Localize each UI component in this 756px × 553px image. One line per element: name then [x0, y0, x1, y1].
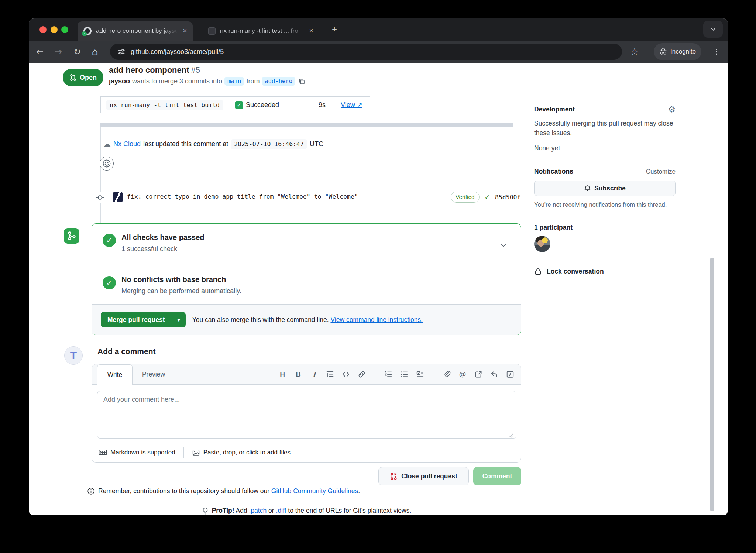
pr-number: #5: [191, 65, 200, 75]
sidebar-divider: [534, 216, 676, 216]
chevron-down-icon: [710, 26, 717, 32]
merge-button-label[interactable]: Merge pull request: [101, 312, 172, 327]
comment-submit-button[interactable]: Comment: [473, 467, 521, 485]
tab-write[interactable]: Write: [97, 364, 133, 385]
copy-branch-icon[interactable]: [298, 78, 305, 85]
pr-author[interactable]: jaysoo: [109, 78, 130, 85]
check-view-cell: View ↗: [333, 97, 370, 113]
page-scrollbar[interactable]: [710, 258, 714, 511]
base-branch-chip[interactable]: main: [224, 77, 244, 86]
bullet-list-icon[interactable]: [400, 370, 408, 378]
success-check-icon: ✓: [235, 101, 243, 109]
git-merge-icon: [67, 231, 76, 241]
merge-summary-text: wants to merge 3 commits into: [132, 78, 222, 85]
reload-icon[interactable]: ↻: [71, 45, 83, 58]
commit-sha-link[interactable]: 85d500f: [495, 194, 521, 201]
browser-toolbar: ← → ↻ ⌂ github.com/jaysoo3/acme/pull/5 ☆…: [29, 41, 728, 63]
checks-subtitle: 1 successful check: [121, 245, 177, 253]
close-pull-request-button[interactable]: Close pull request: [378, 467, 469, 485]
commit-author-avatar[interactable]: [113, 192, 123, 202]
tab-nx-run[interactable]: nx run-many -t lint test ... fro ×: [202, 21, 319, 41]
patch-link[interactable]: .patch: [249, 507, 267, 514]
markdown-note[interactable]: Markdown is supported: [99, 448, 175, 457]
paste-files-button[interactable]: Paste, drop, or click to add files: [192, 449, 291, 457]
check-circle-icon: ✓: [103, 276, 116, 289]
incognito-badge: Incognito: [654, 43, 701, 60]
comment-input[interactable]: [97, 391, 516, 439]
markdown-note-text: Markdown is supported: [110, 449, 175, 456]
merge-pull-request-button[interactable]: Merge pull request ▾: [101, 312, 186, 327]
mention-icon[interactable]: @: [458, 370, 467, 378]
pr-state-label: Open: [80, 74, 97, 82]
home-icon[interactable]: ⌂: [89, 45, 101, 58]
merge-options-caret[interactable]: ▾: [172, 312, 186, 327]
bell-icon: [584, 185, 591, 192]
comment-editor-footer: Markdown is supported Paste, drop, or cl…: [92, 443, 521, 462]
timeline-line: [100, 127, 101, 224]
back-icon[interactable]: ←: [34, 45, 46, 58]
gear-icon[interactable]: ⚙: [668, 104, 676, 114]
attach-file-icon[interactable]: [443, 370, 451, 378]
lock-conversation-button[interactable]: Lock conversation: [534, 268, 676, 275]
quote-icon[interactable]: [326, 370, 334, 378]
cross-reference-icon[interactable]: [474, 370, 482, 378]
participant-avatar[interactable]: [534, 236, 550, 252]
traffic-zoom-button[interactable]: [61, 26, 68, 33]
cli-text: You can also merge this with the command…: [192, 316, 329, 323]
address-bar[interactable]: github.com/jaysoo3/acme/pull/5: [110, 44, 622, 60]
guidelines-text: Remember, contributions to this reposito…: [98, 487, 269, 495]
traffic-close-button[interactable]: [39, 26, 47, 33]
info-icon: [87, 487, 95, 495]
resize-grip[interactable]: [508, 433, 513, 438]
heading-icon[interactable]: H: [278, 370, 286, 378]
verified-badge[interactable]: Verified: [451, 192, 480, 203]
customize-link[interactable]: Customize: [646, 168, 676, 175]
saved-replies-icon[interactable]: [490, 370, 498, 378]
subscribe-button[interactable]: Subscribe: [534, 181, 676, 196]
italic-icon[interactable]: I: [310, 370, 318, 378]
nx-cloud-link[interactable]: Nx Cloud: [113, 140, 141, 148]
commit-message-link[interactable]: fix: correct typo in demo app title from…: [127, 193, 358, 200]
view-check-link[interactable]: View ↗: [341, 101, 362, 109]
checks-title: All checks have passed: [121, 233, 205, 242]
development-title: Development: [534, 106, 575, 113]
code-icon[interactable]: [342, 370, 350, 378]
tab-pull-request[interactable]: ✓ add hero component by jayso ×: [78, 21, 193, 41]
site-info-icon[interactable]: [117, 48, 126, 56]
cli-instructions-link[interactable]: View command line instructions.: [330, 316, 423, 323]
task-list-icon[interactable]: [416, 370, 424, 378]
subscribe-label: Subscribe: [594, 185, 626, 192]
bold-icon[interactable]: B: [294, 370, 302, 378]
forward-icon[interactable]: →: [52, 45, 65, 58]
conflicts-title: No conflicts with base branch: [121, 275, 226, 284]
tab-preview[interactable]: Preview: [133, 364, 174, 384]
chevron-down-icon[interactable]: [500, 242, 507, 249]
add-reaction-button[interactable]: [100, 157, 114, 171]
guidelines-link[interactable]: GitHub Community Guidelines: [271, 487, 358, 495]
bookmark-star-icon[interactable]: ☆: [628, 45, 641, 58]
check-status-cell: ✓ Succeeded: [229, 97, 290, 113]
numbered-list-icon[interactable]: [384, 370, 392, 378]
new-tab-button[interactable]: +: [329, 24, 340, 35]
footer-divider: [183, 447, 184, 458]
diff-link[interactable]: .diff: [276, 507, 286, 514]
tab-close-icon[interactable]: ×: [306, 26, 316, 36]
browser-menu-icon[interactable]: [710, 45, 723, 58]
paste-note-text: Paste, drop, or click to add files: [203, 449, 291, 456]
lock-icon: [534, 268, 542, 275]
git-pull-request-closed-icon: [390, 473, 398, 480]
check-command-cell: nx run-many -t lint test build: [101, 97, 229, 113]
head-branch-chip[interactable]: add-hero: [262, 77, 295, 86]
avatar-letter: T: [70, 349, 77, 362]
url-text: github.com/jaysoo3/acme/pull/5: [131, 48, 224, 56]
checks-section[interactable]: ✓ All checks have passed 1 successful ch…: [92, 224, 521, 272]
tab-close-icon[interactable]: ×: [180, 26, 190, 36]
slash-commands-icon[interactable]: [506, 370, 514, 378]
close-pr-label: Close pull request: [401, 473, 457, 480]
tab-search-chevron-button[interactable]: [703, 21, 723, 38]
lock-label: Lock conversation: [547, 268, 604, 275]
link-icon[interactable]: [358, 370, 366, 378]
merge-status-box: ✓ All checks have passed 1 successful ch…: [92, 223, 521, 335]
image-icon: [192, 449, 200, 457]
traffic-minimize-button[interactable]: [51, 26, 58, 33]
